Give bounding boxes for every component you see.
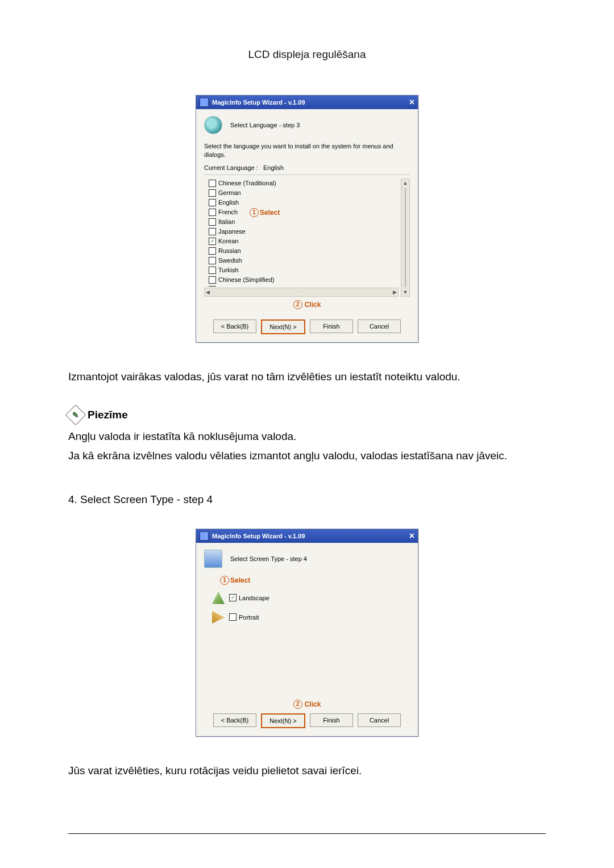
checkbox[interactable] <box>209 209 216 216</box>
note-block: ✎ Piezīme Angļu valoda ir iestatīta kā n… <box>68 408 546 464</box>
close-icon[interactable]: × <box>409 532 414 540</box>
language-item[interactable]: Japanese <box>209 227 399 236</box>
current-language: Current Language : English <box>204 164 410 171</box>
checkbox[interactable] <box>209 257 216 264</box>
back-button[interactable]: < Back(B) <box>213 319 256 333</box>
language-label: Italian <box>218 218 235 225</box>
language-label: German <box>218 189 241 196</box>
finish-button[interactable]: Finish <box>310 713 353 727</box>
scroll-left-icon[interactable]: ◀ <box>206 289 210 295</box>
language-list[interactable]: Chinese (Traditional)GermanEnglishFrench… <box>204 178 399 286</box>
titlebar: MagicInfo Setup Wizard - v.1.09 × <box>196 529 418 543</box>
checkbox[interactable] <box>209 180 216 187</box>
finish-button[interactable]: Finish <box>310 319 353 333</box>
cancel-button[interactable]: Cancel <box>358 319 401 333</box>
language-label: Korean <box>218 238 238 244</box>
language-label: French <box>218 209 238 215</box>
note-icon: ✎ <box>65 405 86 426</box>
language-item[interactable]: English <box>209 198 399 207</box>
language-item[interactable]: ✓Korean <box>209 236 399 246</box>
next-button[interactable]: Next(N) > <box>261 319 305 334</box>
language-item[interactable]: Chinese (Traditional) <box>209 178 399 188</box>
footer-rule <box>68 833 546 834</box>
dialog-screen-type: MagicInfo Setup Wizard - v.1.09 × Select… <box>196 529 418 737</box>
note-line: Angļu valoda ir iestatīta kā noklusējuma… <box>68 428 546 445</box>
language-item[interactable]: Chinese (Simplified) <box>209 275 399 285</box>
checkbox[interactable] <box>209 189 216 197</box>
app-icon <box>200 531 209 541</box>
button-row: < Back(B) Next(N) > Finish Cancel <box>196 709 418 736</box>
scroll-thumb[interactable] <box>405 188 406 287</box>
button-row: < Back(B) Next(N) > Finish Cancel <box>196 315 418 342</box>
back-button[interactable]: < Back(B) <box>213 713 256 727</box>
checkbox[interactable] <box>229 613 237 621</box>
language-item[interactable]: Italian <box>209 217 399 227</box>
language-item[interactable]: Russian <box>209 246 399 256</box>
scroll-right-icon[interactable]: ▶ <box>393 289 397 295</box>
language-label: Turkish <box>218 267 239 273</box>
language-label: Portuguese <box>218 286 250 286</box>
note-line: Ja kā ekrāna izvēlnes valodu vēlaties iz… <box>68 447 546 464</box>
app-icon <box>200 98 209 107</box>
checkbox[interactable] <box>209 228 216 235</box>
option-portrait[interactable]: Portrait <box>212 611 410 624</box>
language-label: English <box>218 199 239 206</box>
step-title: Select Screen Type - step 4 <box>230 555 307 562</box>
checkbox[interactable] <box>209 267 216 274</box>
checkbox[interactable] <box>209 276 216 284</box>
language-label: Russian <box>218 247 241 254</box>
monitor-icon <box>204 550 222 568</box>
paragraph: Izmantojot vairākas valodas, jūs varat n… <box>68 368 546 385</box>
globe-icon <box>204 116 222 134</box>
option-label: Landscape <box>239 595 269 601</box>
note-heading: Piezīme <box>88 409 128 421</box>
language-label: Chinese (Traditional) <box>218 180 276 186</box>
checkbox[interactable] <box>209 199 216 206</box>
scrollbar-vertical[interactable]: ▲ ▼ <box>401 178 410 297</box>
language-item[interactable]: French <box>209 207 399 217</box>
dialog-language: MagicInfo Setup Wizard - v.1.09 × Select… <box>196 95 418 343</box>
language-item[interactable]: Turkish <box>209 265 399 275</box>
portrait-icon <box>212 611 225 624</box>
language-label: Chinese (Simplified) <box>218 276 274 283</box>
cancel-button[interactable]: Cancel <box>358 713 401 727</box>
paragraph: Jūs varat izvēlēties, kuru rotācijas vei… <box>68 762 546 779</box>
callout-click: 2 Click <box>196 700 418 709</box>
option-label: Portrait <box>239 614 259 621</box>
callout-select: 1 Select <box>250 208 280 217</box>
checkbox[interactable] <box>209 218 216 226</box>
close-icon[interactable]: × <box>409 98 414 106</box>
callout-select: 1 Select <box>220 576 250 585</box>
checkbox[interactable]: ✓ <box>229 594 237 601</box>
language-label: Japanese <box>218 228 246 235</box>
page-title: LCD displeja regulēšana <box>68 48 546 61</box>
checkbox[interactable] <box>209 247 216 255</box>
language-label: Swedish <box>218 257 242 264</box>
next-button[interactable]: Next(N) > <box>261 713 305 728</box>
language-item[interactable]: Portuguese <box>209 285 399 286</box>
dialog-title: MagicInfo Setup Wizard - v.1.09 <box>212 99 305 106</box>
step4-heading: 4. Select Screen Type - step 4 <box>68 491 546 508</box>
language-item[interactable]: German <box>209 188 399 198</box>
language-item[interactable]: Swedish <box>209 256 399 265</box>
callout-click: 2 Click <box>204 300 410 309</box>
titlebar: MagicInfo Setup Wizard - v.1.09 × <box>196 95 418 109</box>
option-landscape[interactable]: ✓ Landscape <box>212 592 410 604</box>
dialog-title: MagicInfo Setup Wizard - v.1.09 <box>212 533 305 539</box>
checkbox[interactable] <box>209 286 216 286</box>
instruction-text: Select the language you want to install … <box>204 142 410 160</box>
checkbox[interactable]: ✓ <box>209 238 216 245</box>
scroll-down-icon[interactable]: ▼ <box>403 288 408 296</box>
step-title: Select Language - step 3 <box>230 122 300 128</box>
scroll-up-icon[interactable]: ▲ <box>403 179 408 187</box>
scrollbar-horizontal[interactable]: ◀ ⋯ ▶ <box>204 288 399 297</box>
landscape-icon <box>212 592 225 604</box>
